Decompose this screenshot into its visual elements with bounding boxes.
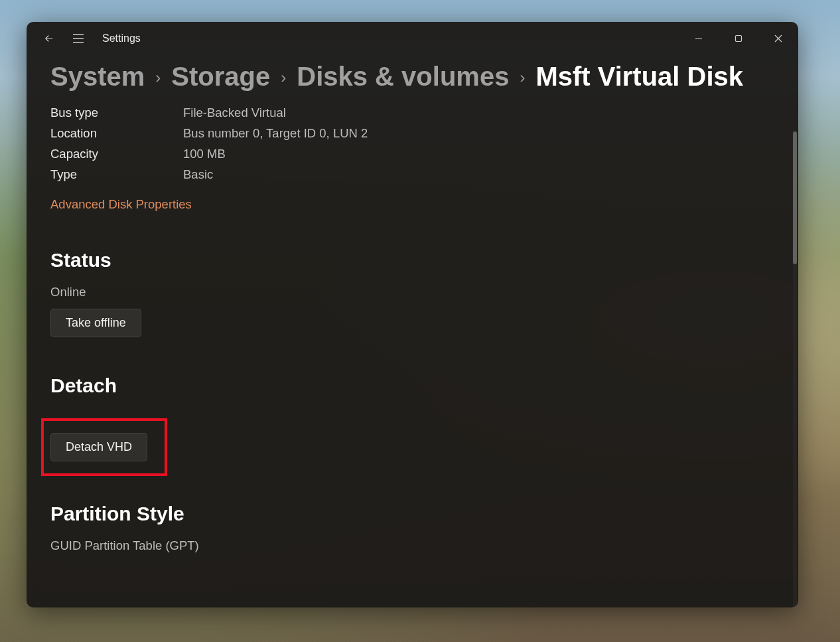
maximize-icon bbox=[735, 35, 742, 42]
annotation-highlight: Detach VHD bbox=[41, 418, 167, 476]
take-offline-button[interactable]: Take offline bbox=[50, 309, 141, 337]
chevron-right-icon: › bbox=[277, 68, 290, 87]
property-value: Bus number 0, Target ID 0, LUN 2 bbox=[183, 126, 368, 141]
property-row: Type Basic bbox=[50, 167, 785, 182]
detach-heading: Detach bbox=[50, 374, 785, 397]
property-row: Bus type File-Backed Virtual bbox=[50, 106, 785, 120]
property-value: 100 MB bbox=[183, 147, 226, 161]
breadcrumb-current: Msft Virtual Disk bbox=[535, 62, 743, 92]
status-heading: Status bbox=[50, 249, 785, 272]
scrollbar[interactable] bbox=[793, 131, 797, 607]
property-label: Capacity bbox=[50, 147, 183, 161]
chevron-right-icon: › bbox=[516, 68, 529, 87]
property-label: Bus type bbox=[50, 106, 183, 120]
settings-window: Settings System › Storage › Disks & volu… bbox=[27, 22, 798, 607]
property-value: Basic bbox=[183, 167, 213, 182]
content: Media Virtual HD Bus type File-Backed Vi… bbox=[50, 101, 785, 587]
arrow-left-icon bbox=[43, 33, 55, 44]
minimize-button[interactable] bbox=[679, 25, 719, 52]
scrollbar-thumb[interactable] bbox=[793, 131, 797, 264]
svg-rect-0 bbox=[736, 36, 742, 42]
status-value: Online bbox=[50, 285, 785, 299]
close-icon bbox=[774, 35, 782, 42]
property-label: Location bbox=[50, 126, 183, 141]
content-scroll-area: Media Virtual HD Bus type File-Backed Vi… bbox=[27, 101, 798, 587]
maximize-button[interactable] bbox=[719, 25, 758, 52]
property-row: Capacity 100 MB bbox=[50, 147, 785, 161]
detach-vhd-button[interactable]: Detach VHD bbox=[50, 433, 147, 461]
back-button[interactable] bbox=[35, 25, 64, 52]
breadcrumb: System › Storage › Disks & volumes › Msf… bbox=[27, 55, 798, 101]
hamburger-icon bbox=[72, 34, 84, 43]
nav-menu-button[interactable] bbox=[64, 25, 93, 52]
breadcrumb-system[interactable]: System bbox=[50, 62, 145, 92]
close-button[interactable] bbox=[758, 25, 798, 52]
partition-style-value: GUID Partition Table (GPT) bbox=[50, 538, 785, 553]
window-controls bbox=[679, 25, 798, 52]
chevron-right-icon: › bbox=[151, 68, 165, 87]
app-title: Settings bbox=[102, 33, 141, 44]
minimize-icon bbox=[695, 35, 703, 42]
property-label: Type bbox=[50, 167, 183, 182]
property-row: Location Bus number 0, Target ID 0, LUN … bbox=[50, 126, 785, 141]
partition-style-heading: Partition Style bbox=[50, 503, 785, 525]
breadcrumb-disks-volumes[interactable]: Disks & volumes bbox=[297, 62, 509, 92]
property-value: File-Backed Virtual bbox=[183, 106, 286, 120]
titlebar: Settings bbox=[27, 22, 798, 55]
breadcrumb-storage[interactable]: Storage bbox=[171, 62, 270, 92]
advanced-disk-properties-link[interactable]: Advanced Disk Properties bbox=[50, 197, 192, 212]
